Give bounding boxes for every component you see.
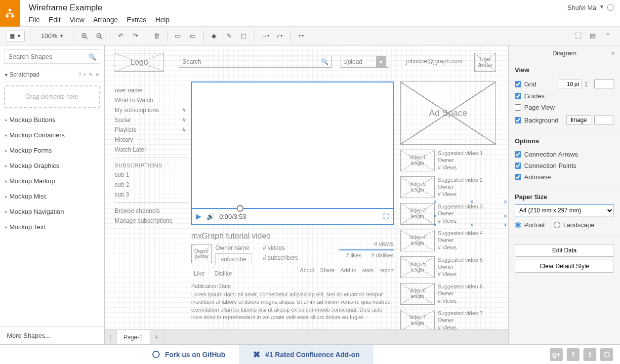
- grid-color-swatch[interactable]: [594, 80, 614, 88]
- edit-data-button[interactable]: Edit Data: [515, 244, 614, 257]
- close-icon[interactable]: ×: [611, 49, 615, 57]
- line-color-icon[interactable]: ✎: [222, 30, 235, 42]
- zoom-out-icon[interactable]: [93, 30, 106, 42]
- play-icon[interactable]: ▶: [196, 212, 202, 220]
- volume-icon[interactable]: 🔊: [207, 213, 214, 220]
- wf-sub-item[interactable]: sub 2: [115, 180, 189, 190]
- edit-icon[interactable]: ✎: [88, 72, 93, 78]
- grid-size-input[interactable]: [559, 80, 581, 88]
- wf-action-add-to[interactable]: Add to: [340, 267, 356, 273]
- paper-size-select[interactable]: A4 (210 mm x 297 mm): [515, 204, 614, 216]
- wf-action-stats[interactable]: stats: [362, 267, 373, 273]
- redo-icon[interactable]: ↷: [129, 30, 142, 42]
- fill-color-icon[interactable]: ◆: [207, 30, 220, 42]
- wf-nav-item[interactable]: Playlists#: [115, 125, 189, 135]
- shape-category[interactable]: Mockup Misc: [0, 189, 104, 204]
- wf-sub-item[interactable]: sub 1: [115, 170, 189, 180]
- wf-nav-link[interactable]: Manage subscriptions: [115, 216, 189, 226]
- search-icon[interactable]: 🔍: [88, 53, 96, 60]
- shape-category[interactable]: Mockup Navigation: [0, 204, 104, 219]
- conn-arrows-checkbox[interactable]: [515, 151, 521, 158]
- landscape-radio[interactable]: [554, 222, 560, 228]
- github-link[interactable]: ⎔ Fork us on GitHub: [138, 345, 239, 364]
- clear-style-button[interactable]: Clear Default Style: [515, 260, 614, 273]
- app-logo[interactable]: [0, 0, 20, 27]
- more-shapes-button[interactable]: More Shapes...: [0, 326, 104, 344]
- user-name[interactable]: Shufei Ma: [568, 4, 597, 11]
- wf-nav-link[interactable]: Browse channels: [115, 206, 189, 216]
- view-mode-select[interactable]: ▦ ▼: [6, 31, 25, 41]
- wf-upload-button[interactable]: Upload▼: [340, 56, 389, 68]
- twitter-icon[interactable]: t: [583, 348, 596, 361]
- canvas[interactable]: Logo Search🔍 Upload▼ johndoe@jgraph.com …: [105, 45, 508, 329]
- confluence-link[interactable]: ✖ #1 Rated Confluence Add-on: [239, 345, 373, 364]
- tab-page-1[interactable]: Page-1: [117, 330, 150, 344]
- facebook-icon[interactable]: f: [567, 348, 579, 361]
- github-icon[interactable]: ⎔: [600, 348, 613, 361]
- wf-dislike-button[interactable]: Dislike: [214, 270, 232, 277]
- image-button[interactable]: Image: [566, 115, 591, 125]
- gplus-icon[interactable]: g+: [550, 348, 563, 361]
- zoom-select[interactable]: 100% ▼: [37, 31, 68, 41]
- wf-suggested-video[interactable]: Video 6lengthSuggested video 6Owner# Vie…: [400, 283, 504, 305]
- wf-video-player[interactable]: ▶ 🔊 0:00/3:53 ⛶: [191, 81, 394, 225]
- scratchpad-header[interactable]: ▾ Scratchpad ? + ✎ ✕: [0, 68, 104, 81]
- wf-nav-item[interactable]: Watch Later: [115, 145, 189, 155]
- format-panel-icon[interactable]: ▤: [586, 30, 599, 42]
- wf-user-avatar[interactable]: User Avatar: [474, 53, 496, 72]
- waypoint-icon[interactable]: ⌐ ▾: [273, 30, 286, 42]
- chevron-down-icon[interactable]: ▼: [599, 4, 604, 9]
- wf-search-field[interactable]: Search🔍: [179, 56, 332, 68]
- stepper-icon[interactable]: ▲▼: [584, 81, 591, 87]
- shadow-icon[interactable]: ▢: [237, 30, 250, 42]
- pageview-checkbox[interactable]: [515, 104, 521, 111]
- wf-action-share[interactable]: Share: [320, 267, 334, 273]
- shape-category[interactable]: Mockup Text: [0, 219, 104, 235]
- autosave-checkbox[interactable]: [515, 174, 521, 180]
- wf-owner-avatar[interactable]: Owner Avatar: [191, 244, 212, 263]
- grid-checkbox[interactable]: [515, 81, 521, 87]
- menu-view[interactable]: View: [70, 16, 84, 24]
- add-icon[interactable]: +: [83, 72, 86, 78]
- shape-category[interactable]: Mockup Buttons: [0, 112, 104, 127]
- wf-suggested-video[interactable]: Video 7lengthSuggested video 7Owner# Vie…: [400, 310, 504, 329]
- wf-subscribe-button[interactable]: subscribe: [215, 253, 251, 265]
- document-title[interactable]: Wireframe Example: [29, 0, 568, 13]
- shape-category[interactable]: Mockup Graphics: [0, 158, 104, 173]
- guides-checkbox[interactable]: [515, 93, 521, 99]
- undo-icon[interactable]: ↶: [114, 30, 127, 42]
- wf-logo-placeholder[interactable]: Logo: [115, 53, 164, 72]
- to-back-icon[interactable]: ▭: [186, 30, 199, 42]
- connection-icon[interactable]: → ▾: [258, 30, 271, 42]
- fullscreen-icon[interactable]: ⛶: [572, 30, 584, 42]
- add-page-button[interactable]: +: [150, 330, 164, 344]
- wf-nav-item[interactable]: Social#: [115, 115, 189, 125]
- menu-edit[interactable]: Edit: [49, 16, 61, 24]
- shape-category[interactable]: Mockup Forms: [0, 143, 104, 158]
- fullscreen-icon[interactable]: ⛶: [383, 213, 389, 220]
- wf-suggested-video[interactable]: Video 3lengthSuggested video 3Owner# Vie…: [400, 203, 504, 225]
- wf-nav-item[interactable]: History: [115, 135, 189, 145]
- scratchpad-dropzone[interactable]: Drag elements here: [4, 85, 100, 108]
- help-icon[interactable]: ?: [78, 72, 81, 78]
- tab-menu-icon[interactable]: ⋮: [105, 330, 117, 344]
- wf-nav-item[interactable]: user name: [115, 85, 189, 95]
- shape-category[interactable]: Mockup Markup: [0, 173, 104, 189]
- menu-help[interactable]: Help: [155, 16, 169, 24]
- wf-nav-item[interactable]: What to Watch: [115, 95, 189, 105]
- wf-action-about[interactable]: About: [300, 267, 314, 273]
- conn-points-checkbox[interactable]: [515, 162, 521, 169]
- search-shapes-input[interactable]: [4, 49, 100, 64]
- wf-action-report[interactable]: report: [379, 267, 394, 273]
- menu-arrange[interactable]: Arrange: [93, 16, 118, 24]
- close-icon[interactable]: ✕: [95, 72, 99, 78]
- wf-suggested-video[interactable]: Video 5lengthSuggested video 5Owner# Vie…: [400, 256, 504, 278]
- globe-icon[interactable]: [607, 4, 614, 11]
- to-front-icon[interactable]: ▭: [171, 30, 184, 42]
- menu-file[interactable]: File: [29, 16, 40, 24]
- wf-suggested-video[interactable]: Video 1lengthSuggested video 1Owner# Vie…: [400, 150, 504, 171]
- wf-nav-item[interactable]: My subscriptions#: [115, 105, 189, 115]
- wf-suggested-video[interactable]: Video 2lengthSuggested video 2Owner# Vie…: [400, 176, 504, 198]
- wf-suggested-video[interactable]: Video 4lengthSuggested video 4Owner# Vie…: [400, 230, 504, 251]
- collapse-icon[interactable]: ⌃: [601, 30, 614, 42]
